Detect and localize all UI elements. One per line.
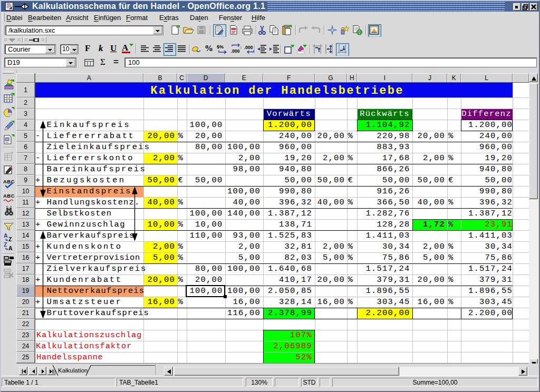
svg-text:ABC: ABC [3,179,15,184]
svg-text:0: 0 [240,46,242,50]
svg-text:.000: .000 [231,48,240,54]
svg-text:A: A [8,245,13,251]
svg-text:Z: Z [4,241,7,248]
svg-text:$%: $% [217,44,224,50]
svg-text:.000: .000 [244,45,253,50]
svg-text:A: A [4,232,8,239]
svg-text:ABC: ABC [3,193,15,199]
